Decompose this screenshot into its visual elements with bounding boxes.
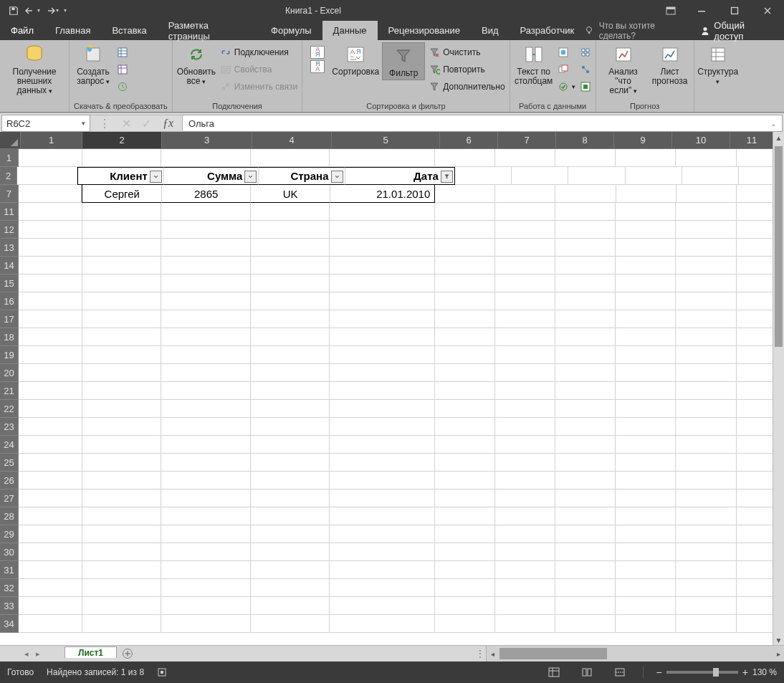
remove-duplicates-button[interactable]: [558, 62, 575, 77]
cell[interactable]: [330, 472, 434, 489]
cell[interactable]: [330, 436, 434, 454]
cell[interactable]: [330, 239, 434, 257]
row-header[interactable]: 19: [0, 346, 19, 364]
cell[interactable]: [19, 346, 82, 364]
cell[interactable]: [435, 364, 495, 382]
cell[interactable]: [626, 167, 682, 185]
advanced-filter-button[interactable]: Дополнительно: [429, 79, 505, 95]
cell[interactable]: [676, 346, 736, 364]
cell[interactable]: [495, 364, 555, 382]
tell-me-search[interactable]: Что вы хотите сделать?: [585, 21, 690, 40]
maximize-button[interactable]: [718, 0, 751, 21]
cell[interactable]: [495, 400, 555, 418]
cell[interactable]: [495, 328, 555, 346]
cell[interactable]: [330, 203, 434, 221]
column-header[interactable]: 8: [556, 132, 614, 149]
cell[interactable]: [555, 418, 616, 436]
cell[interactable]: [555, 543, 616, 561]
cell[interactable]: [495, 579, 555, 597]
cell[interactable]: [616, 418, 676, 436]
enter-icon[interactable]: ✓: [142, 117, 151, 130]
cell[interactable]: [161, 507, 250, 525]
cell[interactable]: [495, 418, 555, 436]
row-header[interactable]: 34: [0, 615, 19, 633]
column-header[interactable]: 7: [498, 132, 556, 149]
tab-review[interactable]: Рецензирование: [378, 21, 471, 40]
row-header[interactable]: 31: [0, 561, 19, 579]
cell[interactable]: [251, 346, 330, 364]
ribbon-display-icon[interactable]: [656, 0, 685, 21]
cell[interactable]: [161, 382, 250, 400]
column-header[interactable]: 9: [614, 132, 672, 149]
cell[interactable]: [555, 346, 616, 364]
cell[interactable]: [495, 274, 555, 292]
cell[interactable]: [435, 328, 495, 346]
cell[interactable]: [676, 400, 736, 418]
cell[interactable]: [82, 507, 162, 525]
forecast-sheet-button[interactable]: Листпрогноза: [651, 43, 689, 86]
cell[interactable]: [495, 472, 555, 489]
cell[interactable]: [495, 221, 555, 239]
cell[interactable]: [19, 489, 82, 507]
cell[interactable]: [251, 489, 330, 507]
cell[interactable]: [161, 418, 250, 436]
cell[interactable]: [616, 203, 676, 221]
cell[interactable]: [495, 507, 555, 525]
cell[interactable]: [676, 561, 736, 579]
cell[interactable]: [555, 328, 616, 346]
cell[interactable]: [676, 221, 736, 239]
cell[interactable]: [555, 525, 616, 543]
cell[interactable]: [251, 507, 330, 525]
cell[interactable]: [495, 382, 555, 400]
formula-bar[interactable]: Ольга ⌄: [183, 115, 783, 132]
cell[interactable]: [555, 185, 616, 203]
row-header[interactable]: 29: [0, 525, 19, 543]
cell[interactable]: [616, 257, 676, 274]
column-header[interactable]: 4: [252, 132, 332, 149]
cell[interactable]: [495, 310, 555, 328]
cell[interactable]: [251, 436, 330, 454]
cell[interactable]: [495, 257, 555, 274]
cell[interactable]: [19, 292, 82, 310]
show-queries-button[interactable]: [117, 44, 128, 60]
cell[interactable]: [676, 149, 736, 167]
column-header[interactable]: 3: [162, 132, 252, 149]
row-header[interactable]: 32: [0, 579, 19, 597]
cell[interactable]: [251, 239, 330, 257]
hscroll-thumb[interactable]: [499, 648, 607, 659]
filter-dropdown-icon[interactable]: [150, 171, 162, 183]
cell[interactable]: [251, 382, 330, 400]
cell[interactable]: [330, 328, 434, 346]
cell[interactable]: [19, 149, 82, 167]
sheet-tab-active[interactable]: Лист1: [64, 646, 117, 658]
cell[interactable]: [555, 561, 616, 579]
cell[interactable]: [82, 382, 162, 400]
cell[interactable]: [330, 561, 434, 579]
cell[interactable]: 21.01.2010: [330, 185, 435, 203]
cell[interactable]: [495, 597, 555, 615]
add-sheet-button[interactable]: [117, 646, 138, 661]
cell[interactable]: [19, 221, 82, 239]
column-header[interactable]: 10: [672, 132, 730, 149]
tab-insert[interactable]: Вставка: [101, 21, 157, 40]
cell[interactable]: [616, 525, 676, 543]
filter-dropdown-icon[interactable]: [331, 171, 343, 183]
clear-filter-button[interactable]: Очистить: [429, 44, 505, 60]
cell[interactable]: [555, 274, 616, 292]
vertical-scrollbar[interactable]: ▲ ▼: [773, 132, 784, 646]
cell[interactable]: [82, 489, 162, 507]
cell[interactable]: [616, 507, 676, 525]
cell[interactable]: [330, 364, 434, 382]
cell[interactable]: [555, 400, 616, 418]
cell[interactable]: [82, 149, 162, 167]
cell[interactable]: [435, 615, 495, 633]
cell[interactable]: [251, 364, 330, 382]
cell[interactable]: [435, 436, 495, 454]
row-header[interactable]: 25: [0, 454, 19, 472]
cell[interactable]: [19, 418, 82, 436]
cell[interactable]: [161, 543, 250, 561]
cell[interactable]: [435, 239, 495, 257]
cell[interactable]: [251, 597, 330, 615]
filter-active-icon[interactable]: [441, 171, 453, 183]
zoom-out-icon[interactable]: −: [656, 667, 662, 678]
